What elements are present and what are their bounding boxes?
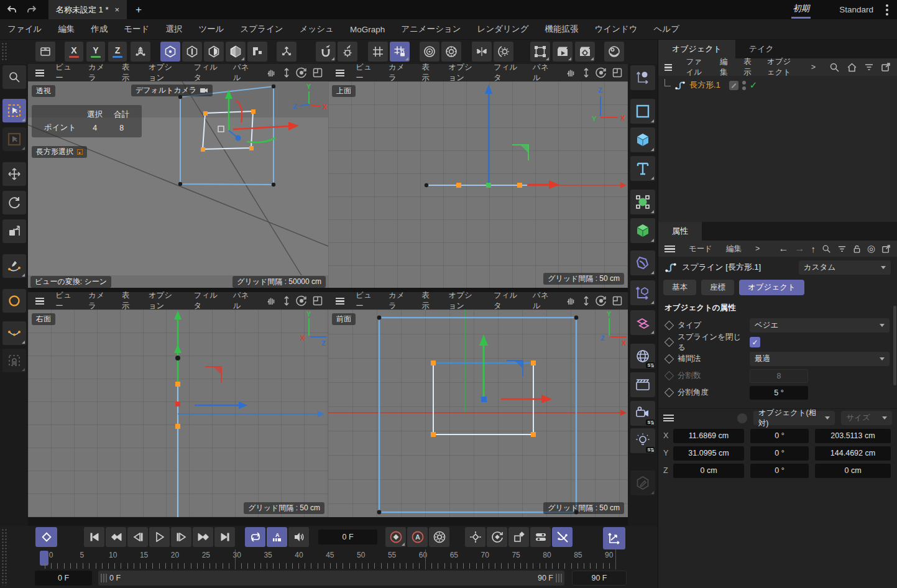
attribute-menu-item[interactable]: 編集 [726, 244, 742, 254]
open-window-icon[interactable] [881, 244, 891, 254]
circle-spline-tool-button[interactable] [2, 289, 26, 313]
light-object-button[interactable]: ST [630, 428, 655, 453]
home-icon[interactable] [847, 62, 857, 73]
symmetry-button[interactable] [472, 42, 492, 62]
model-mode-button[interactable] [226, 42, 246, 62]
rotation-p-field[interactable]: 0 ° [750, 446, 809, 461]
object-manager-menu-item[interactable]: ファイル [686, 57, 706, 78]
edges-mode-button[interactable] [182, 42, 202, 62]
viewport-menu-item[interactable]: オプション [149, 290, 179, 311]
dolly-view-icon[interactable] [582, 67, 591, 78]
dolly-view-icon[interactable] [282, 67, 291, 78]
menu-item[interactable]: ウインドウ [595, 24, 638, 35]
tab-coordinates[interactable]: 座標 [701, 280, 734, 295]
viewport-menu-item[interactable]: カメラ [389, 290, 407, 311]
editor-visibility-toggle[interactable] [729, 81, 738, 90]
filter-icon[interactable] [864, 63, 874, 71]
viewport-menu-item[interactable]: フィルタ [494, 290, 518, 311]
symmetry-settings-button[interactable] [494, 42, 513, 62]
keyframe-diamond-icon[interactable] [665, 388, 674, 398]
snap-settings-button[interactable] [338, 42, 357, 62]
menu-overflow-chevron[interactable]: > [811, 63, 816, 71]
size-y-field[interactable]: 144.4692 cm [815, 446, 891, 461]
close-tab-icon[interactable]: × [115, 5, 120, 14]
angle-field[interactable]: 5 ° [750, 386, 808, 400]
viewport-menu-item[interactable]: ビュー [356, 290, 374, 311]
search-icon[interactable] [829, 62, 840, 73]
redo-button[interactable] [24, 2, 40, 18]
object-row-rectangle[interactable]: 長方形.1 ✓ [665, 78, 757, 92]
camera-label[interactable]: デフォルトカメラ [131, 85, 213, 96]
points-mode-button[interactable] [160, 42, 180, 62]
viewport-perspective[interactable]: ビューカメラ表示オプションフィルタパネル [28, 64, 328, 288]
modeling-settings-button[interactable] [441, 42, 461, 62]
viewport-menu-item[interactable]: オプション [448, 290, 479, 311]
timeline-tickmarks[interactable] [45, 563, 616, 569]
menu-item[interactable]: 選択 [165, 24, 182, 35]
active-tool-label[interactable]: 長方形選択 ▸ [32, 146, 87, 158]
null-object-button[interactable] [630, 280, 655, 305]
orbit-view-icon[interactable] [296, 295, 307, 306]
open-window-icon[interactable] [881, 62, 891, 72]
menu-item[interactable]: アニメーション [401, 24, 461, 35]
close-spline-checkbox[interactable]: ✓ [750, 337, 760, 347]
viewport-menu-item[interactable]: カメラ [88, 62, 106, 83]
dolly-view-icon[interactable] [282, 295, 291, 306]
viewport-menu-item[interactable]: 表示 [421, 290, 433, 311]
pan-view-icon[interactable] [566, 295, 577, 306]
play-mode-button[interactable]: A [267, 527, 287, 547]
menu-item[interactable]: ファイル [7, 24, 42, 35]
dolly-view-icon[interactable] [582, 295, 591, 306]
loop-playback-button[interactable] [245, 527, 265, 547]
visibility-dots-toggle[interactable] [742, 81, 746, 90]
arc-spline-tool-button[interactable] [2, 321, 26, 345]
object-name[interactable]: 長方形.1 [689, 80, 720, 91]
viewport-top-canvas[interactable]: Z Y X 上面 グリッド間隔 : 50 cm [328, 81, 628, 288]
undo-button[interactable] [4, 2, 20, 18]
tab-basic[interactable]: 基本 [663, 280, 696, 295]
toolbar-drag-handle[interactable] [1, 42, 7, 61]
scale-tool-button[interactable] [2, 219, 26, 243]
modeling-axis-button[interactable] [420, 42, 439, 62]
render-view-button[interactable] [553, 42, 573, 62]
viewport-burger-icon[interactable] [336, 70, 344, 76]
viewport-menu-item[interactable]: カメラ [88, 290, 106, 311]
sound-button[interactable] [288, 527, 309, 547]
target-mode-icon[interactable]: ◎ [867, 243, 875, 254]
orbit-view-icon[interactable] [596, 67, 607, 78]
open-timeline-button[interactable] [603, 527, 625, 549]
viewport-menu-item[interactable]: パネル [233, 290, 251, 311]
key-pla-toggle[interactable] [552, 527, 573, 547]
viewport-right-canvas[interactable]: Y X Z 右面 グリッド間隔 : 50 cm [28, 310, 328, 517]
layout-tab-standard[interactable]: Standard [838, 2, 875, 17]
next-key-button[interactable] [193, 527, 213, 547]
viewport-menu-item[interactable]: パネル [533, 62, 551, 83]
keyframe-diamond-icon[interactable] [665, 321, 674, 331]
previous-frame-button[interactable] [127, 527, 148, 547]
toggle-view-icon[interactable] [312, 67, 323, 78]
add-tab-button[interactable]: + [136, 4, 142, 16]
menu-item[interactable]: 作成 [91, 24, 108, 35]
orbit-view-icon[interactable] [596, 295, 607, 306]
lock-z-axis-button[interactable]: Z [108, 42, 127, 62]
size-mode-dropdown[interactable]: サイズ [841, 411, 892, 425]
toggle-view-icon[interactable] [612, 67, 623, 78]
viewport-burger-icon[interactable] [35, 298, 44, 305]
spline-primitive-button[interactable] [630, 99, 655, 124]
sky-object-button[interactable]: ST [630, 344, 655, 369]
position-z-field[interactable]: 0 cm [673, 464, 744, 478]
grid-button[interactable] [368, 42, 388, 62]
object-tree[interactable]: 長方形.1 ✓ [658, 76, 897, 222]
viewport-top[interactable]: ビューカメラ表示オプションフィルタパネル [328, 64, 628, 288]
current-frame-field[interactable]: 0 F [318, 530, 377, 544]
viewport-burger-icon[interactable] [35, 70, 44, 76]
preset-dropdown[interactable]: カスタム [799, 260, 891, 275]
pan-view-icon[interactable] [266, 295, 277, 306]
viewport-menu-item[interactable]: パネル [233, 62, 251, 83]
tab-attributes[interactable]: 属性 [658, 222, 702, 241]
key-rotation-toggle[interactable] [487, 527, 507, 547]
history-forward-icon[interactable]: → [794, 243, 804, 254]
next-frame-button[interactable] [171, 527, 191, 547]
cloner-mograph-button[interactable] [630, 310, 655, 335]
timeline-drag-handle[interactable] [1, 528, 7, 586]
